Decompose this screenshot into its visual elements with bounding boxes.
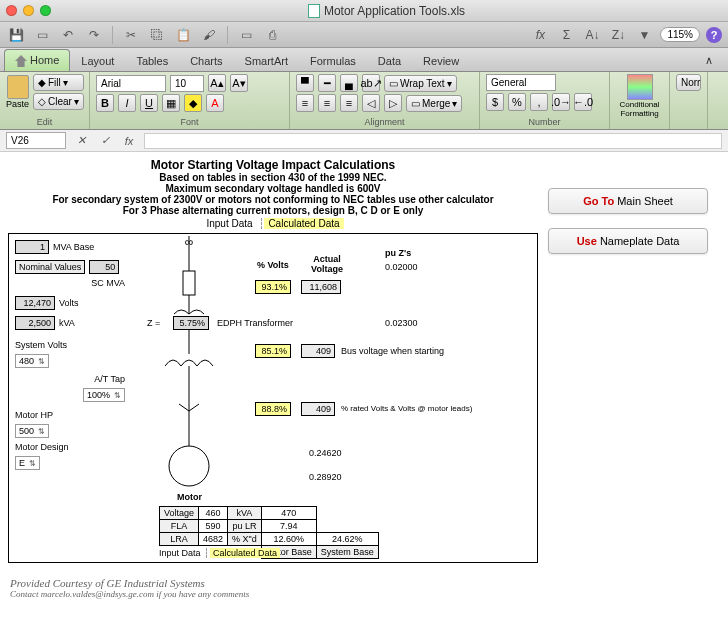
copy-icon[interactable]: ⿻	[147, 25, 167, 45]
clear-button[interactable]: ◇ Clear ▾	[33, 93, 84, 110]
tab-data[interactable]: Data	[367, 50, 412, 71]
border-button[interactable]: ▦	[162, 94, 180, 112]
worksheet[interactable]: Motor Starting Voltage Impact Calculatio…	[8, 158, 538, 563]
enter-icon[interactable]: ✓	[96, 133, 114, 149]
group-align-label: Alignment	[296, 117, 473, 127]
sigma-icon[interactable]: Σ	[556, 25, 576, 45]
sort-desc-icon[interactable]: Z↓	[608, 25, 628, 45]
indent-dec-icon[interactable]: ◁	[362, 94, 380, 112]
kva-label: kVA	[59, 318, 75, 328]
doc-icon[interactable]: ▭	[236, 25, 256, 45]
input-column: 1MVA Base Nominal Values50 SC MVA 12,470…	[15, 240, 125, 474]
content-area: Motor Starting Voltage Impact Calculatio…	[0, 152, 728, 573]
paste-button[interactable]: Paste	[6, 75, 29, 109]
close-icon[interactable]	[6, 5, 17, 16]
zoom-display[interactable]: 115%	[660, 27, 700, 42]
sheet-title: Motor Starting Voltage Impact Calculatio…	[8, 158, 538, 172]
r2-pu: 0.02300	[385, 318, 418, 328]
formula-bar: ✕ ✓ fx	[0, 130, 728, 152]
r4-note: % rated Volts & Volts @ motor leads)	[341, 404, 472, 413]
format-painter-icon[interactable]: 🖌	[199, 25, 219, 45]
r4-act: 409	[301, 402, 335, 416]
underline-button[interactable]: U	[140, 94, 158, 112]
align-left-icon[interactable]: ≡	[296, 94, 314, 112]
cond-format-label: Conditional Formatting	[616, 100, 663, 118]
tab-smartart[interactable]: SmartArt	[234, 50, 299, 71]
currency-icon[interactable]: $	[486, 93, 504, 111]
sysvolts-select[interactable]: 480	[15, 354, 49, 368]
fx-label-icon[interactable]: fx	[120, 133, 138, 149]
fx-icon[interactable]: fx	[530, 25, 550, 45]
use-nameplate-button[interactable]: Use Nameplate Data	[548, 228, 708, 254]
cut-icon[interactable]: ✂	[121, 25, 141, 45]
subtitle-4: For 3 Phase alternating current motors, …	[8, 205, 538, 216]
fill-button[interactable]: ◆ Fill ▾	[33, 74, 84, 91]
font-name-select[interactable]	[96, 75, 166, 92]
group-edit-label: Edit	[6, 117, 83, 127]
z-val-cell[interactable]: 5.75%	[173, 316, 209, 330]
undo-icon[interactable]: ↶	[58, 25, 78, 45]
subtitle-2: Maximum secondary voltage handled is 600…	[8, 183, 538, 194]
comma-icon[interactable]: ,	[530, 93, 548, 111]
dec-dec-icon[interactable]: ←.0	[574, 93, 592, 111]
goto-main-sheet-button[interactable]: Go To Main Sheet	[548, 188, 708, 214]
tab-home[interactable]: Home	[4, 49, 70, 71]
subtitle-1: Based on tables in section 430 of the 19…	[8, 172, 538, 183]
formula-input[interactable]	[144, 133, 722, 149]
align-top-icon[interactable]: ▀	[296, 74, 314, 92]
motordesign-select[interactable]: E	[15, 456, 40, 470]
sort-asc-icon[interactable]: A↓	[582, 25, 602, 45]
percent-icon[interactable]: %	[508, 93, 526, 111]
font-color-button[interactable]: A	[206, 94, 224, 112]
print-icon[interactable]: ⎙	[262, 25, 282, 45]
merge-button[interactable]: ▭ Merge ▾	[406, 95, 462, 112]
zoom-icon[interactable]	[40, 5, 51, 16]
bold-button[interactable]: B	[96, 94, 114, 112]
indent-inc-icon[interactable]: ▷	[384, 94, 402, 112]
svg-line-8	[189, 404, 199, 411]
kva-cell[interactable]: 2,500	[15, 316, 55, 330]
tab-review[interactable]: Review	[412, 50, 470, 71]
grow-font-icon[interactable]: A▴	[208, 74, 226, 92]
svg-rect-3	[183, 271, 195, 295]
quick-access-toolbar: 💾 ▭ ↶ ↷ ✂ ⿻ 📋 🖌 ▭ ⎙ fx Σ A↓ Z↓ ▼ 115% ?	[0, 22, 728, 48]
dec-inc-icon[interactable]: .0→	[552, 93, 570, 111]
tab-tables[interactable]: Tables	[125, 50, 179, 71]
italic-button[interactable]: I	[118, 94, 136, 112]
mva-base-cell[interactable]: 1	[15, 240, 49, 254]
attap-label: A/T Tap	[94, 374, 125, 384]
orientation-icon[interactable]: ab↗	[362, 74, 380, 92]
font-size-select[interactable]	[170, 75, 204, 92]
normal-style-button[interactable]: Norr	[676, 74, 701, 91]
volts-cell[interactable]: 12,470	[15, 296, 55, 310]
scmva-cell[interactable]: 50	[89, 260, 119, 274]
titlebar: Motor Application Tools.xls	[0, 0, 728, 22]
tab-formulas[interactable]: Formulas	[299, 50, 367, 71]
ribbon-toggle-icon[interactable]: ∧	[694, 49, 724, 71]
align-center-icon[interactable]: ≡	[318, 94, 336, 112]
tab-layout[interactable]: Layout	[70, 50, 125, 71]
save-icon[interactable]: 💾	[6, 25, 26, 45]
cond-format-icon[interactable]	[627, 74, 653, 100]
motorhp-select[interactable]: 500	[15, 424, 49, 438]
shrink-font-icon[interactable]: A▾	[230, 74, 248, 92]
align-middle-icon[interactable]: ━	[318, 74, 336, 92]
filter-icon[interactable]: ▼	[634, 25, 654, 45]
wrap-text-button[interactable]: ▭ Wrap Text ▾	[384, 75, 457, 92]
number-format-select[interactable]	[486, 74, 556, 91]
cancel-icon[interactable]: ✕	[72, 133, 90, 149]
minimize-icon[interactable]	[23, 5, 34, 16]
paste-icon[interactable]: 📋	[173, 25, 193, 45]
cell-reference-input[interactable]	[6, 132, 66, 149]
tab-charts[interactable]: Charts	[179, 50, 233, 71]
r1-act: 11,608	[301, 280, 341, 294]
show-icon[interactable]: ▭	[32, 25, 52, 45]
group-font-label: Font	[96, 117, 283, 127]
redo-icon[interactable]: ↷	[84, 25, 104, 45]
help-icon[interactable]: ?	[706, 27, 722, 43]
legend-row: Input Data Calculated Data	[8, 218, 538, 229]
align-bottom-icon[interactable]: ▄	[340, 74, 358, 92]
fill-color-button[interactable]: ◆	[184, 94, 202, 112]
attap-select[interactable]: 100%	[83, 388, 125, 402]
align-right-icon[interactable]: ≡	[340, 94, 358, 112]
